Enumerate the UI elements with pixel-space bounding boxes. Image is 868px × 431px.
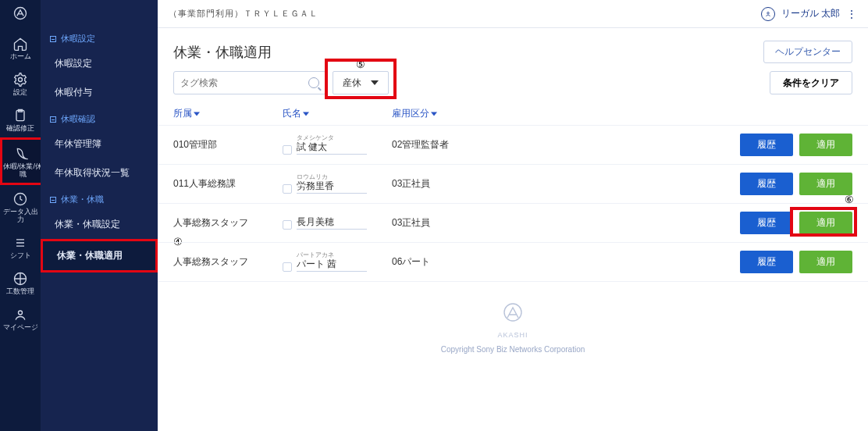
cell-emp: 03正社員: [392, 216, 740, 230]
cell-emp: 06パート: [392, 255, 740, 269]
side-leave-apply[interactable]: 休業・休職適用: [41, 239, 158, 272]
step6-marker: ⑥: [845, 194, 854, 205]
history-button[interactable]: 履歴: [740, 173, 793, 195]
table-row: 人事総務スタッフ長月美穂03正社員履歴適用⑥: [158, 204, 868, 243]
col-name[interactable]: 氏名: [283, 107, 392, 120]
rail-data-io[interactable]: データ入出力: [0, 185, 41, 229]
apply-button[interactable]: 適用: [799, 134, 852, 156]
search-icon: [308, 77, 319, 88]
furigana: ロウムリカ: [297, 174, 367, 180]
tag-search-input[interactable]: [180, 77, 308, 88]
cell-dept: 人事総務スタッフ: [173, 255, 283, 269]
brand-logo: [0, 3, 41, 23]
row-checkbox[interactable]: [283, 220, 292, 230]
cell-name: 長月美穂: [283, 216, 392, 229]
table-header: 所属 氏名 雇用区分: [158, 102, 868, 126]
page-title: 休業・休職適用: [173, 43, 272, 62]
row-checkbox[interactable]: [283, 184, 292, 194]
side-leave-settings[interactable]: 休業・休職設定: [41, 210, 158, 239]
rail-mypage[interactable]: マイページ: [0, 301, 41, 337]
footer-brand: AKASHI: [158, 331, 868, 339]
svg-point-5: [19, 311, 23, 315]
history-button[interactable]: 履歴: [740, 134, 793, 156]
sort-icon: [194, 108, 200, 119]
main: （事業部門利用）ＴＲＹＬＥＧＡＬ リーガル 太郎 ⋮ 休業・休職適用 ヘルプセン…: [158, 0, 868, 431]
rail-leave-highlight: 休暇/休業/休職: [0, 137, 41, 186]
tag-search[interactable]: [173, 71, 326, 94]
col-dept[interactable]: 所属: [173, 107, 283, 120]
history-button[interactable]: 履歴: [740, 212, 793, 234]
employee-name: 労務里香: [297, 180, 367, 191]
step5-marker: ⑤: [356, 59, 365, 70]
svg-point-1: [19, 77, 23, 81]
rail-settings[interactable]: 設定: [0, 66, 41, 102]
topbar: （事業部門利用）ＴＲＹＬＥＧＡＬ リーガル 太郎 ⋮: [158, 0, 868, 28]
apply-button[interactable]: 適用: [799, 212, 852, 234]
svg-point-7: [504, 304, 521, 321]
avatar-icon: [761, 7, 775, 21]
collapse-icon: [50, 197, 56, 203]
copyright: Copyright Sony Biz Networks Corporation: [158, 345, 868, 354]
kebab-icon[interactable]: ⋮: [846, 8, 857, 20]
chevron-down-icon: [371, 80, 379, 85]
furigana: タメシケンタ: [297, 135, 367, 141]
employee-name: パート 茜: [297, 258, 367, 269]
leave-type-dropdown[interactable]: 産休: [333, 71, 389, 94]
group-vacation-settings[interactable]: 休暇設定: [41, 27, 158, 49]
side-annual-status[interactable]: 年休取得状況一覧: [41, 159, 158, 187]
cell-name: タメシケンタ試 健太: [283, 135, 392, 154]
rail-leave[interactable]: 休暇/休業/休職: [2, 140, 43, 183]
collapse-icon: [50, 36, 56, 42]
sort-icon: [303, 108, 309, 119]
clear-filters-button[interactable]: 条件をクリア: [770, 71, 852, 94]
col-emp[interactable]: 雇用区分: [392, 107, 712, 120]
row-checkbox[interactable]: [283, 145, 292, 155]
employee-name: 長月美穂: [297, 216, 367, 227]
rail-home[interactable]: ホーム: [0, 30, 41, 66]
cell-dept: 010管理部: [173, 138, 283, 151]
table-row: 人事総務スタッフパートアカネパート 茜06パート履歴適用: [158, 243, 868, 282]
cell-dept: 011人事総務課: [173, 177, 283, 191]
furigana: パートアカネ: [297, 252, 367, 258]
group-leave[interactable]: 休業・休職: [41, 187, 158, 210]
cell-dept: 人事総務スタッフ: [173, 216, 283, 230]
side-nav: 休暇設定 休暇設定 休暇付与 休暇確認 年休管理簿 年休取得状況一覧 休業・休職…: [41, 0, 158, 431]
apply-button[interactable]: 適用: [799, 173, 852, 195]
user-menu[interactable]: リーガル 太郎 ⋮: [761, 7, 857, 21]
table-row: 011人事総務課ロウムリカ労務里香03正社員履歴適用: [158, 165, 868, 204]
sort-icon: [431, 108, 437, 119]
svg-point-6: [767, 12, 769, 14]
org-name: （事業部門利用）ＴＲＹＬＥＧＡＬ: [169, 8, 318, 20]
rail-shift[interactable]: シフト: [0, 229, 41, 265]
table-row: 010管理部タメシケンタ試 健太02管理監督者履歴適用: [158, 126, 868, 165]
collapse-icon: [50, 116, 56, 123]
side-annual-ledger[interactable]: 年休管理簿: [41, 130, 158, 159]
rail-kousu[interactable]: 工数管理: [0, 265, 41, 301]
footer-logo: [158, 302, 868, 331]
rail-confirm[interactable]: 確認修正: [0, 102, 41, 137]
cell-emp: 02管理監督者: [392, 138, 740, 151]
side-vac-grant[interactable]: 休暇付与: [41, 78, 158, 107]
row-checkbox[interactable]: [283, 262, 292, 272]
cell-name: パートアカネパート 茜: [283, 252, 392, 271]
cell-emp: 03正社員: [392, 177, 740, 191]
side-vac-settings[interactable]: 休暇設定: [41, 49, 158, 78]
footer: AKASHI Copyright Sony Biz Networks Corpo…: [158, 282, 868, 362]
employee-name: 試 健太: [297, 141, 367, 152]
history-button[interactable]: 履歴: [740, 251, 793, 273]
help-center-button[interactable]: ヘルプセンター: [763, 41, 852, 63]
icon-rail: ホーム 設定 確認修正 休暇/休業/休職 データ入出力 シフト 工数管理: [0, 0, 41, 431]
cell-name: ロウムリカ労務里香: [283, 174, 392, 193]
group-vacation-confirm[interactable]: 休暇確認: [41, 107, 158, 130]
user-name: リーガル 太郎: [781, 7, 840, 20]
apply-button[interactable]: 適用: [799, 251, 852, 273]
